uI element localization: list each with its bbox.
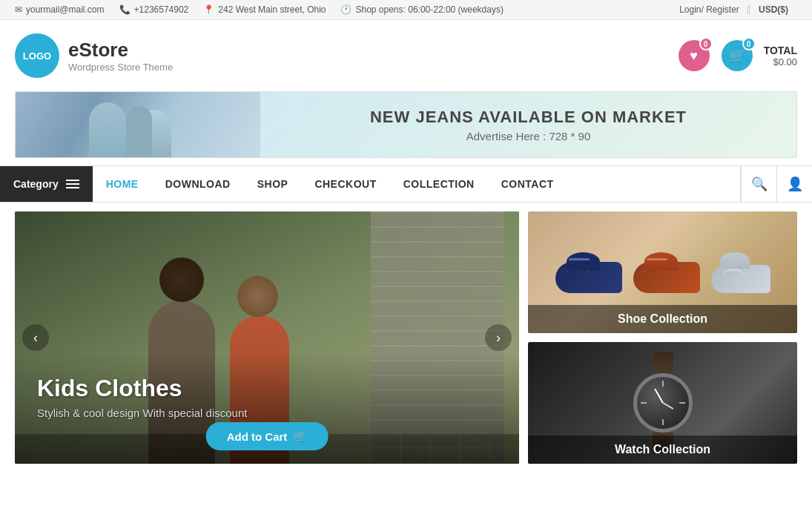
search-icon: 🔍 bbox=[751, 176, 768, 192]
hero-slider: Kids Clothes Stylish & cool design With … bbox=[15, 211, 519, 464]
wishlist-button[interactable]: 0 bbox=[679, 40, 710, 71]
cart-icon: 🛒 bbox=[729, 47, 745, 64]
clock-icon bbox=[340, 4, 351, 15]
main-content: Kids Clothes Stylish & cool design With … bbox=[0, 203, 812, 473]
banner-headline: NEW JEANS AVAILABLE ON MARKET bbox=[283, 108, 774, 127]
total-amount: $0.00 bbox=[764, 56, 797, 68]
header-right: 0 🛒 0 TOTAL $0.00 bbox=[679, 40, 797, 71]
nav-shop[interactable]: SHOP bbox=[244, 166, 302, 202]
slider-subtitle: Stylish & cool design With special disco… bbox=[37, 407, 497, 419]
main-nav: HOME DOWNLOAD SHOP CHECKOUT COLLECTION C… bbox=[93, 166, 740, 202]
nav-home[interactable]: HOME bbox=[93, 166, 152, 202]
add-to-cart-button[interactable]: Add to Cart 🛒 bbox=[206, 422, 329, 450]
slider-prev-button[interactable]: ‹ bbox=[22, 324, 49, 351]
logo[interactable]: LOGO bbox=[15, 33, 59, 78]
topbar-address: 242 West Main street, Ohio bbox=[203, 4, 326, 15]
shoe-panel[interactable]: Shoe Collection bbox=[528, 211, 797, 333]
navbar: Category HOME DOWNLOAD SHOP CHECKOUT COL… bbox=[0, 165, 812, 203]
brand-info: eStore Wordpress Store Theme bbox=[68, 39, 173, 73]
search-button[interactable]: 🔍 bbox=[741, 166, 776, 202]
cart-icon-small: 🛒 bbox=[293, 430, 307, 443]
account-button[interactable]: 👤 bbox=[776, 166, 812, 202]
topbar-hours: Shop opens: 06:00-22:00 (weekdays) bbox=[340, 4, 503, 15]
brand-name: eStore bbox=[68, 39, 173, 62]
logo-area: LOGO eStore Wordpress Store Theme bbox=[15, 33, 173, 78]
slider-next-button[interactable]: › bbox=[485, 324, 512, 351]
banner-text: NEW JEANS AVAILABLE ON MARKET Advertise … bbox=[260, 96, 796, 154]
topbar-actions: Login/ Register | USD($) bbox=[672, 4, 797, 15]
add-to-cart-label: Add to Cart bbox=[227, 430, 288, 443]
side-panels: Shoe Collection bbox=[528, 211, 797, 464]
phone-icon bbox=[119, 4, 131, 15]
email-icon bbox=[15, 4, 22, 15]
watch-panel-label: Watch Collection bbox=[528, 436, 797, 464]
heart-icon bbox=[690, 48, 698, 64]
currency-selector[interactable]: USD($) bbox=[749, 4, 797, 15]
wishlist-badge: 0 bbox=[699, 37, 713, 50]
topbar-phone: +1236574902 bbox=[119, 4, 189, 15]
promo-banner: NEW JEANS AVAILABLE ON MARKET Advertise … bbox=[15, 91, 797, 158]
nav-contact[interactable]: CONTACT bbox=[488, 166, 567, 202]
category-label: Category bbox=[13, 178, 59, 190]
nav-actions: 🔍 👤 bbox=[740, 166, 812, 202]
cart-total: TOTAL $0.00 bbox=[764, 45, 797, 68]
nav-checkout[interactable]: CHECKOUT bbox=[301, 166, 389, 202]
account-icon: 👤 bbox=[787, 176, 803, 192]
brand-tagline: Wordpress Store Theme bbox=[68, 62, 173, 73]
total-label: TOTAL bbox=[764, 45, 797, 56]
watch-panel[interactable]: Watch Collection bbox=[528, 342, 797, 464]
header: LOGO eStore Wordpress Store Theme 0 🛒 0 … bbox=[0, 20, 812, 91]
location-icon bbox=[203, 4, 214, 15]
banner-image bbox=[16, 91, 260, 158]
nav-download[interactable]: DOWNLOAD bbox=[152, 166, 244, 202]
login-register-link[interactable]: Login/ Register bbox=[672, 4, 747, 15]
banner-subtext: Advertise Here : 728 * 90 bbox=[283, 130, 774, 142]
nav-collection[interactable]: COLLECTION bbox=[390, 166, 488, 202]
topbar-email: yourmail@mail.com bbox=[15, 4, 105, 15]
topbar: yourmail@mail.com +1236574902 242 West M… bbox=[0, 0, 812, 20]
cart-badge: 0 bbox=[742, 37, 756, 50]
topbar-info: yourmail@mail.com +1236574902 242 West M… bbox=[15, 4, 504, 15]
hamburger-icon bbox=[66, 180, 79, 188]
slider-title: Kids Clothes bbox=[37, 375, 497, 402]
cart-button[interactable]: 🛒 0 bbox=[722, 40, 753, 71]
shoe-panel-label: Shoe Collection bbox=[528, 305, 797, 333]
category-button[interactable]: Category bbox=[0, 166, 93, 202]
